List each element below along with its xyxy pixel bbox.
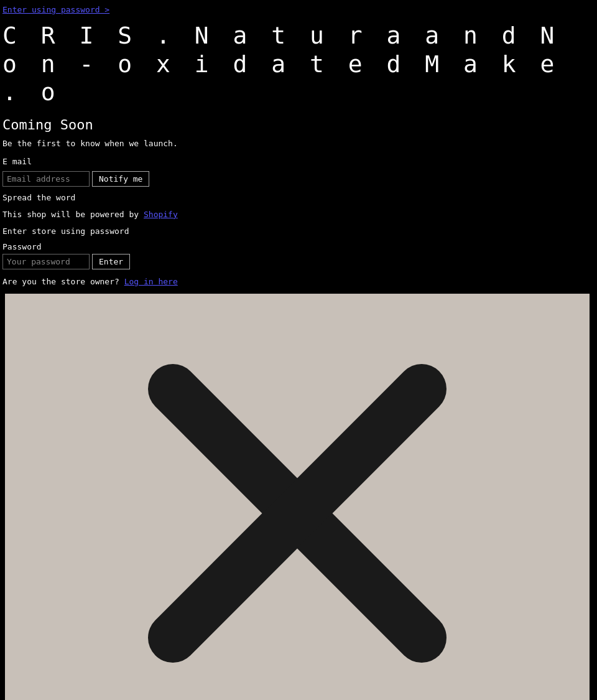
email-row: Notify me	[0, 169, 597, 190]
password-input[interactable]	[2, 254, 90, 269]
modal-area: "translation missing: en.general.accessi…	[5, 294, 590, 700]
shopify-link[interactable]: Shopify	[144, 210, 178, 219]
powered-by-prefix: This shop will be powered by	[2, 210, 144, 219]
password-label: Password	[0, 238, 597, 253]
email-input[interactable]	[2, 171, 90, 187]
close-modal-icon-container	[5, 294, 590, 700]
enter-using-password-link[interactable]: Enter using password >	[0, 0, 597, 17]
email-section-label: E mail	[0, 154, 597, 169]
spread-word-text: Spread the word	[0, 190, 597, 207]
notify-me-button[interactable]: Notify me	[92, 171, 149, 187]
log-in-here-link[interactable]: Log in here	[124, 277, 178, 286]
close-x-icon[interactable]	[136, 352, 459, 675]
password-row: Enter	[0, 253, 597, 274]
enter-store-label: Enter store using password	[0, 224, 597, 238]
store-owner-text: Are you the store owner? Log in here	[0, 274, 597, 291]
store-title: C R I S . N a t u r a a n d N o n - o x …	[0, 17, 597, 112]
store-owner-prefix: Are you the store owner?	[2, 277, 119, 286]
be-first-text: Be the first to know when we launch.	[0, 136, 597, 154]
powered-by-text: This shop will be powered by Shopify	[0, 207, 597, 224]
coming-soon-heading: Coming Soon	[0, 112, 597, 136]
enter-button[interactable]: Enter	[92, 254, 130, 269]
